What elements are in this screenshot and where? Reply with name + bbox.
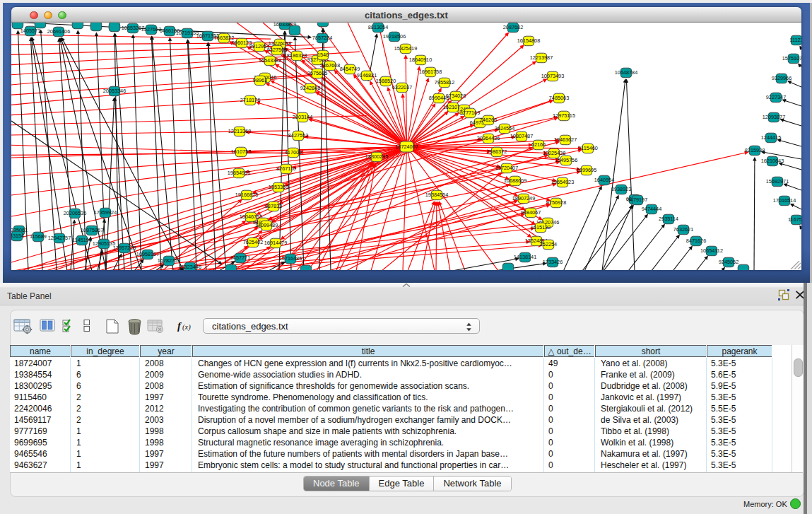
svg-text:f: f [177, 320, 182, 332]
svg-text:8471626: 8471626 [686, 238, 706, 244]
svg-text:11123: 11123 [789, 37, 801, 43]
svg-text:11323446: 11323446 [179, 264, 201, 270]
svg-text:1244415: 1244415 [761, 134, 781, 141]
svg-text:8215938: 8215938 [745, 147, 765, 153]
svg-text:12975115: 12975115 [553, 112, 575, 119]
svg-text:7857224: 7857224 [312, 35, 332, 41]
svg-text:19463627: 19463627 [554, 136, 577, 143]
svg-text:1610755: 1610755 [231, 148, 251, 155]
svg-text:15325419: 15325419 [394, 45, 417, 52]
svg-text:10648784: 10648784 [615, 69, 637, 76]
svg-text:12093877: 12093877 [763, 114, 785, 120]
svg-text:33154: 33154 [11, 233, 24, 239]
svg-text:1615132: 1615132 [531, 224, 551, 230]
svg-text:16543382: 16543382 [259, 57, 281, 64]
svg-text:(x): (x) [182, 323, 191, 332]
svg-text:252254: 252254 [540, 241, 557, 247]
svg-text:3624554: 3624554 [495, 125, 514, 132]
svg-text:8454749: 8454749 [340, 66, 360, 72]
svg-text:3675685: 3675685 [307, 70, 327, 76]
svg-text:15720407: 15720407 [495, 165, 518, 171]
svg-text:12213369: 12213369 [228, 128, 251, 134]
svg-text:9329966: 9329966 [772, 75, 792, 81]
svg-text:7625402: 7625402 [243, 239, 263, 245]
svg-text:1353359: 1353359 [269, 184, 288, 190]
svg-text:746266: 746266 [480, 117, 497, 123]
svg-text:15751074: 15751074 [782, 55, 801, 62]
svg-text:2935114: 2935114 [659, 216, 678, 222]
svg-text:16154808: 16154808 [517, 37, 540, 44]
svg-text:7632621: 7632621 [673, 226, 693, 233]
svg-text:20053346: 20053346 [103, 88, 126, 94]
svg-text:19654953: 19654953 [228, 170, 250, 176]
svg-text:9479197: 9479197 [628, 197, 647, 203]
svg-text:10807487: 10807487 [510, 133, 533, 139]
svg-text:10958107: 10958107 [136, 251, 159, 257]
svg-text:2803144: 2803144 [293, 114, 312, 120]
svg-text:20691406: 20691406 [47, 28, 70, 35]
svg-text:62160: 62160 [531, 141, 546, 148]
svg-text:12942757: 12942757 [48, 235, 71, 241]
svg-text:9146821: 9146821 [357, 72, 377, 78]
svg-text:98963: 98963 [253, 77, 267, 83]
svg-text:9327509: 9327509 [267, 47, 287, 53]
svg-text:116753: 116753 [788, 216, 801, 223]
svg-text:19384554: 19384554 [425, 192, 448, 198]
svg-text:16914479: 16914479 [264, 240, 287, 246]
svg-text:14138141: 14138141 [514, 254, 536, 260]
svg-text:8186328: 8186328 [287, 52, 307, 59]
svg-text:19218506: 19218506 [383, 33, 406, 40]
svg-text:8267110: 8267110 [276, 165, 296, 172]
svg-text:9084067: 9084067 [521, 209, 541, 216]
svg-text:12905135: 12905135 [93, 240, 115, 247]
svg-text:10975867: 10975867 [81, 227, 103, 233]
svg-text:19654923: 19654923 [551, 179, 574, 185]
svg-text:16210643: 16210643 [761, 158, 784, 164]
svg-text:12213987: 12213987 [530, 54, 553, 61]
svg-text:18300295: 18300295 [365, 153, 388, 160]
svg-text:15495756: 15495756 [555, 157, 577, 163]
svg-text:6322037: 6322037 [392, 84, 412, 90]
svg-text:1640954: 1640954 [594, 177, 614, 183]
svg-text:2367608: 2367608 [320, 62, 340, 69]
svg-text:6734028: 6734028 [446, 93, 466, 99]
svg-text:2087682: 2087682 [503, 24, 523, 30]
svg-text:9245052: 9245052 [719, 259, 739, 265]
svg-text:8938923: 8938923 [611, 186, 631, 192]
svg-text:19166825: 19166825 [235, 192, 258, 198]
svg-text:17016514: 17016514 [773, 197, 796, 204]
svg-text:115689: 115689 [30, 233, 47, 240]
svg-text:20206535: 20206535 [64, 210, 86, 216]
svg-text:1145194: 1145194 [72, 237, 92, 243]
svg-text:16961758: 16961758 [419, 69, 442, 75]
svg-text:15692971: 15692971 [766, 178, 789, 185]
svg-text:9474444: 9474444 [642, 206, 661, 212]
svg-text:1546: 1546 [317, 52, 329, 58]
svg-text:1588520: 1588520 [376, 78, 396, 84]
svg-text:1527602: 1527602 [141, 26, 161, 33]
svg-text:1405571: 1405571 [20, 28, 40, 34]
svg-text:417006: 417006 [285, 149, 302, 156]
svg-text:15716485: 15716485 [279, 255, 302, 262]
svg-text:6899695: 6899695 [577, 167, 596, 173]
svg-text:887833: 887833 [265, 203, 282, 209]
svg-text:9756928: 9756928 [546, 199, 566, 206]
svg-text:8427552: 8427552 [288, 132, 308, 139]
svg-text:10025438: 10025438 [543, 150, 565, 156]
svg-text:10973493: 10973493 [541, 73, 564, 79]
svg-text:9777169: 9777169 [460, 110, 480, 116]
svg-text:7955812: 7955812 [435, 79, 454, 86]
svg-text:9115460: 9115460 [578, 145, 598, 151]
svg-text:17957223: 17957223 [113, 245, 136, 251]
svg-text:1733426: 1733426 [543, 259, 563, 265]
svg-text:10688609: 10688609 [504, 177, 526, 184]
svg-text:20364436: 20364436 [477, 135, 500, 141]
svg-text:16782759: 16782759 [158, 257, 180, 264]
svg-text:9242848: 9242848 [300, 85, 320, 91]
svg-text:7485063: 7485063 [549, 95, 569, 101]
svg-text:17359924: 17359924 [94, 209, 117, 216]
svg-text:2718176: 2718176 [240, 97, 260, 103]
svg-text:10719155: 10719155 [176, 30, 199, 36]
svg-text:8813054: 8813054 [368, 24, 388, 30]
svg-text:10654112: 10654112 [700, 247, 723, 254]
